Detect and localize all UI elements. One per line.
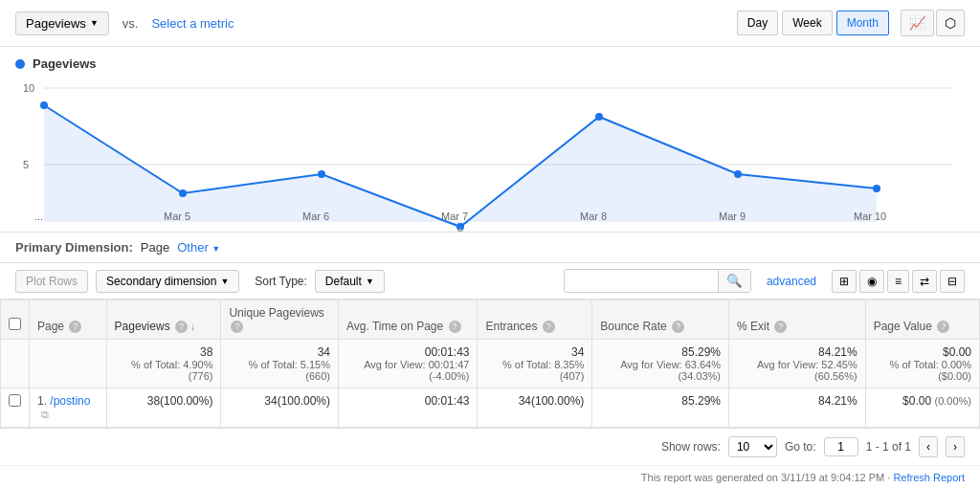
data-point-6 — [734, 170, 742, 178]
summary-pagevalue-cell: $0.00 % of Total: 0.00% ($0.00) — [865, 340, 979, 388]
copy-icon[interactable]: ⧉ — [41, 409, 49, 420]
col-avgtime-header: Avg. Time on Page ? — [339, 300, 478, 340]
data-point-3 — [318, 170, 325, 178]
comparison-button[interactable]: ≡ — [887, 270, 909, 293]
rows-select[interactable]: 10 25 100 — [728, 436, 777, 457]
row-entrances-cell: 34(100.00%) — [478, 388, 592, 428]
day-button[interactable]: Day — [737, 11, 778, 35]
select-metric-link[interactable]: Select a metric — [151, 16, 234, 31]
data-point-2 — [179, 189, 187, 197]
row-pageviews-value: 38(100.00%) — [147, 394, 213, 408]
entrances-help-icon[interactable]: ? — [543, 321, 555, 333]
data-point-7 — [873, 185, 880, 192]
summary-exit-value: 84.21% — [737, 345, 858, 359]
row-checkbox[interactable] — [9, 394, 21, 407]
secondary-dimension-label: Secondary dimension — [106, 275, 216, 288]
select-all-checkbox[interactable] — [9, 318, 21, 330]
table-footer: Show rows: 10 25 100 Go to: 1 - 1 of 1 ‹… — [0, 428, 980, 465]
bottom-note: This report was generated on 3/11/19 at … — [0, 465, 980, 488]
row-unique-value: 34(100.00%) — [264, 394, 330, 408]
sort-default-label: Default — [325, 275, 362, 288]
summary-bounce-value: 85.29% — [600, 345, 721, 359]
row-bounce-cell: 85.29% — [592, 388, 729, 428]
goto-input[interactable] — [824, 437, 858, 456]
unique-help-icon[interactable]: ? — [231, 321, 243, 333]
advanced-link[interactable]: advanced — [767, 275, 816, 288]
sort-type-button[interactable]: Default ▼ — [315, 270, 385, 293]
refresh-report-link[interactable]: Refresh Report — [893, 472, 965, 483]
summary-unique-sub: % of Total: 5.15% (660) — [229, 359, 330, 382]
dimension-page-value: Page — [141, 240, 169, 255]
summary-page-cell — [30, 340, 107, 388]
metric-selector: Pageviews ▼ vs. Select a metric — [15, 11, 234, 35]
summary-check-cell — [1, 340, 30, 388]
chart-area: Pageviews 10 5 ... Mar 5 Mar 6 Mar 7 Mar… — [0, 47, 980, 233]
row-pagevalue-pct: (0.00%) — [934, 395, 971, 407]
dimension-other-link[interactable]: Other ▼ — [177, 240, 220, 255]
metric1-label: Pageviews — [26, 16, 86, 31]
data-table-button[interactable]: ⊟ — [940, 270, 965, 293]
search-button[interactable]: 🔍 — [718, 270, 750, 292]
chart-legend: Pageviews — [15, 56, 965, 71]
x-label-2: Mar 5 — [164, 211, 190, 222]
x-label-5: Mar 8 — [580, 211, 607, 222]
summary-pageviews-value: 38 — [115, 345, 213, 359]
prev-page-button[interactable]: ‹ — [919, 436, 938, 457]
line-chart-button[interactable]: 📈 — [901, 10, 934, 36]
pageviews-help-icon[interactable]: ? — [175, 321, 188, 333]
week-button[interactable]: Week — [782, 11, 832, 35]
primary-dimension-label: Primary Dimension: — [15, 240, 133, 255]
row-entrances-value: 34(100.00%) — [519, 394, 585, 408]
date-controls: Day Week Month 📈 ⬡ — [737, 10, 965, 36]
summary-pagevalue-value: $0.00 — [874, 345, 971, 359]
x-label-1: ... — [34, 211, 43, 222]
y-label-10: 10 — [23, 82, 34, 94]
summary-bounce-cell: 85.29% Avg for View: 63.64% (34.03%) — [592, 340, 729, 388]
data-point-5 — [595, 113, 603, 121]
summary-unique-value: 34 — [229, 345, 330, 359]
pivot-button[interactable]: ⇄ — [912, 270, 937, 293]
summary-avgtime-cell: 00:01:43 Avg for View: 00:01:47 (-4.00%) — [339, 340, 478, 388]
col-pagevalue-header: Page Value ? — [865, 300, 979, 340]
vs-label: vs. — [122, 16, 139, 31]
row-page-cell: 1. /postino ⧉ — [30, 388, 107, 428]
next-page-button[interactable]: › — [946, 436, 965, 457]
month-button[interactable]: Month — [836, 11, 889, 35]
sort-dropdown-icon: ▼ — [366, 277, 374, 286]
secondary-dimension-button[interactable]: Secondary dimension ▼ — [96, 270, 239, 293]
grid-view-button[interactable]: ⊞ — [832, 270, 857, 293]
col-unique-header: Unique Pageviews ? — [221, 300, 339, 340]
chart-type-buttons: 📈 ⬡ — [901, 10, 965, 36]
metric1-button[interactable]: Pageviews ▼ — [15, 11, 109, 35]
line-chart-svg: 10 5 ... Mar 5 Mar 6 Mar 7 Mar 8 Mar 9 M… — [15, 78, 965, 232]
search-input[interactable] — [565, 271, 718, 292]
summary-entrances-sub: % of Total: 8.35% (407) — [485, 359, 584, 382]
report-generated-text: This report was generated on 3/11/19 at … — [641, 472, 894, 483]
sort-type-label: Sort Type: — [255, 275, 306, 288]
summary-pageviews-sub: % of Total: 4.90% (776) — [115, 359, 213, 382]
top-bar: Pageviews ▼ vs. Select a metric Day Week… — [0, 0, 980, 47]
row-page-link[interactable]: /postino — [50, 394, 90, 408]
avgtime-help-icon[interactable]: ? — [449, 321, 461, 333]
pagevalue-help-icon[interactable]: ? — [937, 321, 949, 333]
plot-rows-button[interactable]: Plot Rows — [15, 270, 88, 293]
metric1-dropdown-icon: ▼ — [90, 18, 99, 28]
summary-entrances-value: 34 — [485, 345, 584, 359]
bounce-help-icon[interactable]: ? — [672, 321, 684, 333]
x-label-6: Mar 9 — [719, 211, 746, 222]
search-box: 🔍 — [564, 269, 751, 293]
chart-view-button[interactable]: ◉ — [859, 270, 884, 293]
pie-chart-button[interactable]: ⬡ — [936, 10, 965, 36]
y-label-5: 5 — [23, 159, 29, 170]
goto-label: Go to: — [785, 440, 816, 454]
legend-label: Pageviews — [33, 56, 97, 71]
col-pageviews-header: Pageviews ? ↓ — [106, 300, 221, 340]
page-help-icon[interactable]: ? — [69, 321, 81, 333]
x-label-4: Mar 7 — [441, 211, 468, 222]
summary-exit-cell: 84.21% Avg for View: 52.45% (60.56%) — [729, 340, 866, 388]
row-unique-cell: 34(100.00%) — [221, 388, 339, 428]
exit-help-icon[interactable]: ? — [774, 321, 787, 333]
row-avgtime-cell: 00:01:43 — [339, 388, 478, 428]
summary-pageviews-cell: 38 % of Total: 4.90% (776) — [106, 340, 221, 388]
row-bounce-value: 85.29% — [681, 394, 721, 408]
